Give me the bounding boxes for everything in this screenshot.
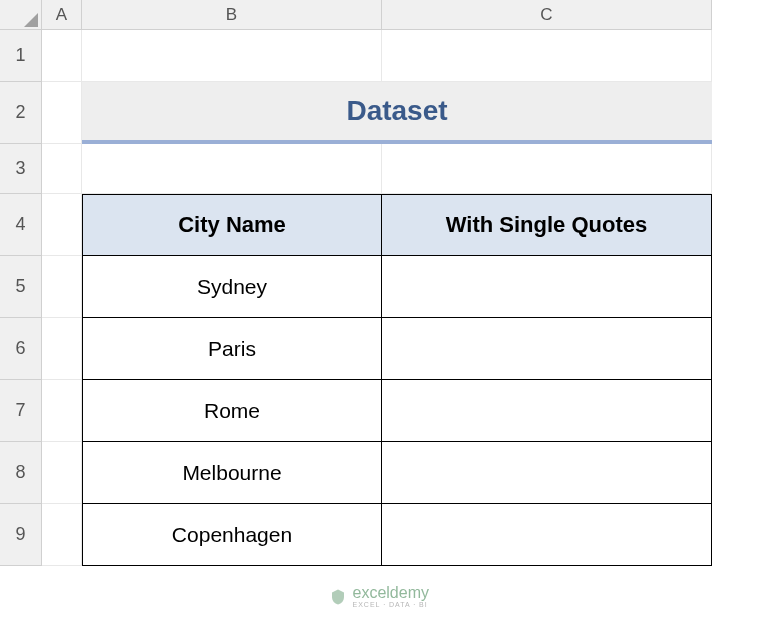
- select-all-corner[interactable]: [0, 0, 42, 30]
- cell-c6[interactable]: [382, 318, 712, 380]
- cell-c5[interactable]: [382, 256, 712, 318]
- row-header-1[interactable]: 1: [0, 30, 42, 82]
- cell-a1[interactable]: [42, 30, 82, 82]
- row-header-8[interactable]: 8: [0, 442, 42, 504]
- cell-b6[interactable]: Paris: [82, 318, 382, 380]
- cell-b3[interactable]: [82, 144, 382, 194]
- cell-b7[interactable]: Rome: [82, 380, 382, 442]
- row-header-4[interactable]: 4: [0, 194, 42, 256]
- cell-a8[interactable]: [42, 442, 82, 504]
- watermark-text: exceldemy EXCEL · DATA · BI: [353, 585, 429, 608]
- cell-c9[interactable]: [382, 504, 712, 566]
- cell-a5[interactable]: [42, 256, 82, 318]
- watermark-sub: EXCEL · DATA · BI: [353, 601, 429, 608]
- cell-a9[interactable]: [42, 504, 82, 566]
- col-header-a[interactable]: A: [42, 0, 82, 30]
- cell-b8[interactable]: Melbourne: [82, 442, 382, 504]
- cell-b5[interactable]: Sydney: [82, 256, 382, 318]
- row-header-3[interactable]: 3: [0, 144, 42, 194]
- cell-a2[interactable]: [42, 82, 82, 144]
- watermark-main: exceldemy: [353, 585, 429, 601]
- row-header-5[interactable]: 5: [0, 256, 42, 318]
- col-header-b[interactable]: B: [82, 0, 382, 30]
- spreadsheet-grid: A B C 1 2 Dataset 3 4 City Name With Sin…: [0, 0, 767, 566]
- row-header-2[interactable]: 2: [0, 82, 42, 144]
- cell-c3[interactable]: [382, 144, 712, 194]
- cell-c7[interactable]: [382, 380, 712, 442]
- table-header-singlequotes[interactable]: With Single Quotes: [382, 194, 712, 256]
- watermark-icon: [329, 588, 347, 606]
- title-cell[interactable]: Dataset: [82, 82, 712, 144]
- cell-b1[interactable]: [82, 30, 382, 82]
- cell-a4[interactable]: [42, 194, 82, 256]
- cell-a3[interactable]: [42, 144, 82, 194]
- col-header-c[interactable]: C: [382, 0, 712, 30]
- cell-a7[interactable]: [42, 380, 82, 442]
- cell-b9[interactable]: Copenhagen: [82, 504, 382, 566]
- table-header-cityname[interactable]: City Name: [82, 194, 382, 256]
- cell-a6[interactable]: [42, 318, 82, 380]
- row-header-9[interactable]: 9: [0, 504, 42, 566]
- row-header-6[interactable]: 6: [0, 318, 42, 380]
- watermark: exceldemy EXCEL · DATA · BI: [329, 585, 429, 608]
- cell-c8[interactable]: [382, 442, 712, 504]
- row-header-7[interactable]: 7: [0, 380, 42, 442]
- cell-c1[interactable]: [382, 30, 712, 82]
